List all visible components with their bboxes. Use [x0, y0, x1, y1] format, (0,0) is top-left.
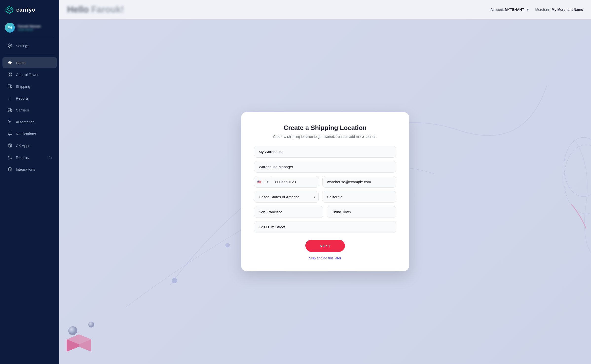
nav-items: Home Control Tower Shipping: [0, 57, 59, 364]
sidebar-item-notifications[interactable]: Notifications: [2, 128, 57, 139]
state-input[interactable]: [322, 191, 396, 203]
sidebar-item-label: Carriers: [16, 108, 29, 112]
divider-2: [5, 54, 54, 54]
shipping-location-modal: Create a Shipping Location Create a ship…: [241, 112, 409, 271]
header: Hello Farouk! Account: MYTENANT ▼ Mercha…: [59, 0, 591, 19]
svg-marker-14: [11, 109, 12, 111]
returns-icon: [7, 155, 12, 160]
phone-group: 🇺🇸 +1 ▾: [254, 176, 319, 188]
svg-rect-3: [10, 73, 12, 74]
modal-overlay: Create a Shipping Location Create a ship…: [59, 19, 591, 364]
sidebar-item-settings[interactable]: Settings: [2, 40, 57, 51]
sidebar-item-label: Notifications: [16, 132, 36, 136]
shipping-icon: [7, 84, 12, 89]
email-input[interactable]: [322, 176, 396, 188]
country-select[interactable]: United States of America United Kingdom …: [254, 191, 319, 203]
svg-rect-2: [8, 73, 9, 74]
flag-emoji: 🇺🇸: [257, 180, 261, 184]
phone-country-selector[interactable]: 🇺🇸 +1 ▾: [254, 176, 272, 187]
user-name: Farouk Hassan: [18, 24, 41, 28]
sidebar-item-carriers[interactable]: Carriers: [2, 105, 57, 115]
sidebar-logo: carriyo: [0, 0, 59, 19]
sidebar-item-shipping[interactable]: Shipping: [2, 81, 57, 92]
svg-rect-6: [8, 85, 11, 87]
control-tower-icon: [7, 72, 12, 77]
modal-title: Create a Shipping Location: [254, 124, 396, 132]
reports-icon: [7, 96, 12, 101]
svg-rect-4: [8, 75, 9, 76]
contact-name-input[interactable]: [254, 161, 396, 173]
svg-rect-13: [8, 108, 11, 111]
sidebar-item-automation[interactable]: Automation: [2, 116, 57, 127]
cx-apps-icon: [7, 143, 12, 148]
sidebar-item-cx-apps[interactable]: CX Apps: [2, 140, 57, 151]
sidebar-item-label: Home: [16, 61, 26, 65]
content-area: Create a Shipping Location Create a ship…: [59, 19, 591, 364]
notifications-icon: [7, 131, 12, 136]
account-value: MYTENANT: [505, 8, 524, 12]
location-name-group: [254, 146, 396, 158]
district-input[interactable]: [327, 206, 396, 218]
svg-point-15: [8, 111, 9, 112]
carriers-icon: [7, 108, 12, 112]
sidebar: carriyo FH Farouk Hassan Super Admin Set…: [0, 0, 59, 364]
svg-rect-5: [10, 75, 12, 76]
country-state-row: United States of America United Kingdom …: [254, 191, 396, 203]
svg-point-16: [11, 111, 12, 112]
page-title: Hello Farouk!: [67, 4, 124, 15]
svg-marker-7: [11, 86, 12, 87]
modal-subtitle: Create a shipping location to get starte…: [254, 135, 396, 139]
avatar: FH: [5, 23, 15, 33]
user-role: Super Admin: [18, 28, 41, 31]
logo-text: carriyo: [16, 7, 35, 13]
sidebar-item-label: Returns: [16, 155, 29, 160]
phone-email-row: 🇺🇸 +1 ▾: [254, 176, 396, 188]
svg-point-9: [11, 87, 12, 88]
svg-point-8: [8, 87, 9, 88]
lock-icon: [48, 156, 52, 159]
next-button[interactable]: NEXT: [305, 240, 345, 252]
city-district-row: [254, 206, 396, 218]
location-name-input[interactable]: [254, 146, 396, 158]
svg-point-1: [9, 45, 11, 46]
sidebar-item-label: Control Tower: [16, 73, 38, 77]
city-input[interactable]: [254, 206, 323, 218]
merchant-value: My Merchant Name: [552, 8, 583, 12]
user-greeting-name: Farouk!: [91, 4, 124, 15]
svg-marker-20: [8, 167, 12, 169]
merchant-label: Merchant: My Merchant Name: [535, 8, 583, 12]
skip-link[interactable]: Skip and do this later: [254, 256, 396, 260]
contact-name-group: [254, 161, 396, 173]
sidebar-item-integrations[interactable]: Integrations: [2, 164, 57, 175]
carriyo-logo-icon: [5, 5, 14, 14]
sidebar-item-returns[interactable]: Returns: [2, 152, 57, 163]
address-input[interactable]: [254, 221, 396, 233]
country-wrapper: United States of America United Kingdom …: [254, 191, 319, 203]
chevron-down-icon: ▾: [267, 180, 269, 184]
header-right: Account: MYTENANT ▼ Merchant: My Merchan…: [490, 8, 583, 12]
chevron-down-icon[interactable]: ▼: [526, 8, 529, 12]
address-group: [254, 221, 396, 233]
sidebar-item-control-tower[interactable]: Control Tower: [2, 69, 57, 80]
sidebar-item-label: Shipping: [16, 84, 30, 89]
main-content: Hello Farouk! Account: MYTENANT ▼ Mercha…: [59, 0, 591, 364]
user-info: Farouk Hassan Super Admin: [18, 24, 41, 31]
settings-label: Settings: [16, 44, 29, 48]
sidebar-item-reports[interactable]: Reports: [2, 93, 57, 104]
user-profile[interactable]: FH Farouk Hassan Super Admin: [0, 19, 59, 37]
phone-code: +1: [262, 180, 266, 184]
sidebar-item-label: Integrations: [16, 167, 35, 171]
integrations-icon: [7, 167, 12, 172]
sidebar-item-label: Reports: [16, 96, 29, 100]
svg-point-17: [9, 121, 11, 123]
home-icon: [7, 60, 12, 65]
phone-number-input[interactable]: [272, 176, 319, 187]
automation-icon: [7, 119, 12, 124]
sidebar-item-label: CX Apps: [16, 144, 30, 148]
account-label: Account: MYTENANT ▼: [490, 8, 529, 12]
gear-icon: [7, 43, 12, 48]
svg-rect-19: [49, 157, 52, 159]
divider-1: [5, 37, 54, 37]
svg-marker-0: [6, 6, 13, 13]
sidebar-item-home[interactable]: Home: [2, 57, 57, 68]
